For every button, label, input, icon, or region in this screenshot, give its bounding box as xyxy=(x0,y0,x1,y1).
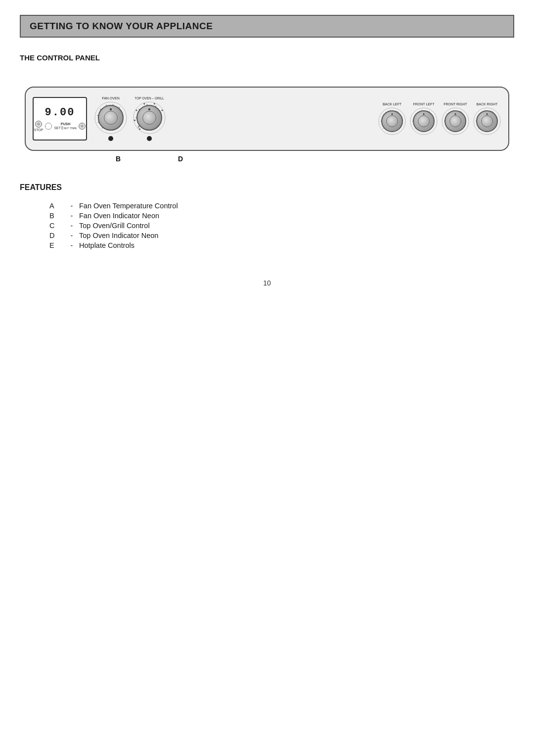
list-item: A - Fan Oven Temperature Control xyxy=(20,202,514,210)
front-right-knob[interactable] xyxy=(445,110,466,132)
stop-button[interactable]: ⊙ xyxy=(35,121,42,128)
back-right-knob[interactable] xyxy=(476,110,498,132)
back-left-knob[interactable] xyxy=(381,110,403,132)
fan-oven-label: FAN OVEN xyxy=(102,96,119,100)
top-oven-indicator xyxy=(147,136,152,141)
features-list: A - Fan Oven Temperature Control B - Fan… xyxy=(20,202,514,249)
top-oven-label: TOP OVEN – GRILL xyxy=(134,96,164,100)
list-item: C - Top Oven/Grill Control xyxy=(20,222,514,230)
feature-dash-c: - xyxy=(64,222,79,230)
label-d: D xyxy=(178,155,183,163)
fan-oven-knob-inner xyxy=(104,111,118,125)
page-title: GETTING TO KNOW YOUR APPLIANCE xyxy=(30,21,504,32)
back-left-group: BACK LEFT xyxy=(378,102,406,136)
front-right-knob-container xyxy=(441,107,470,136)
set-time-label: SET SET TIME xyxy=(54,126,77,130)
front-left-knob-container xyxy=(409,107,438,136)
front-left-label: FRONT LEFT xyxy=(413,102,434,106)
timer-controls: ⊙ STOP PUSH SET SET TIME ⊙ xyxy=(34,121,86,132)
feature-desc-a: Fan Oven Temperature Control xyxy=(79,202,514,210)
front-right-label: FRONT RIGHT xyxy=(444,102,467,106)
feature-letter-a: A xyxy=(49,202,64,210)
feature-desc-c: Top Oven/Grill Control xyxy=(79,222,514,230)
feature-letter-b: B xyxy=(49,212,64,220)
both-button[interactable]: ⊙ xyxy=(79,123,86,130)
fan-oven-knob-container xyxy=(94,101,128,135)
back-left-knob-dot xyxy=(392,113,393,115)
back-left-knob-inner xyxy=(386,115,398,127)
back-left-label: BACK LEFT xyxy=(383,102,401,106)
back-right-knob-dot xyxy=(487,113,488,115)
front-right-knob-inner xyxy=(449,115,461,127)
back-right-group: BACK RIGHT xyxy=(473,102,501,136)
feature-dash-d: - xyxy=(64,232,79,239)
list-item: B - Fan Oven Indicator Neon xyxy=(20,212,514,220)
top-oven-knob-dot xyxy=(148,108,150,110)
back-left-knob-container xyxy=(378,107,406,136)
bottom-labels: B D xyxy=(25,151,509,168)
top-oven-group: TOP OVEN – GRILL xyxy=(133,96,166,141)
label-b: B xyxy=(116,155,121,163)
fan-oven-group: FAN OVEN xyxy=(94,96,128,141)
feature-letter-e: E xyxy=(49,241,64,249)
front-right-knob-dot xyxy=(455,113,456,115)
svg-point-20 xyxy=(134,119,135,121)
front-left-knob-inner xyxy=(418,115,430,127)
appliance-panel: 9.00 ⊙ STOP PUSH SET SET TIME xyxy=(25,87,509,151)
feature-dash-b: - xyxy=(64,212,79,220)
feature-desc-b: Fan Oven Indicator Neon xyxy=(79,212,514,220)
front-left-knob-dot xyxy=(423,113,425,115)
features-title: FEATURES xyxy=(20,183,514,192)
fan-oven-indicator xyxy=(108,136,113,141)
header-banner: GETTING TO KNOW YOUR APPLIANCE xyxy=(20,15,514,38)
feature-desc-d: Top Oven Indicator Neon xyxy=(79,232,514,239)
front-left-knob[interactable] xyxy=(413,110,435,132)
top-oven-knob-container: 3 2 · xyxy=(133,101,166,135)
back-right-label: BACK RIGHT xyxy=(477,102,498,106)
top-oven-knob-inner xyxy=(142,111,156,125)
back-right-knob-inner xyxy=(481,115,493,127)
list-item: E - Hotplate Controls xyxy=(20,241,514,249)
timer-circle xyxy=(45,123,52,130)
top-oven-knob[interactable] xyxy=(136,105,162,131)
feature-dash-a: - xyxy=(64,202,79,210)
front-right-group: FRONT RIGHT xyxy=(441,102,470,136)
fan-oven-knob[interactable] xyxy=(98,105,124,131)
fan-oven-knob-dot xyxy=(110,108,112,110)
list-item: D - Top Oven Indicator Neon xyxy=(20,232,514,239)
feature-dash-e: - xyxy=(64,241,79,249)
page-number: 10 xyxy=(0,279,534,287)
feature-letter-c: C xyxy=(49,222,64,230)
timer-section: 9.00 ⊙ STOP PUSH SET SET TIME xyxy=(33,97,87,141)
diagram-container: A C E 9.00 ⊙ STOP xyxy=(25,87,509,168)
feature-letter-d: D xyxy=(49,232,64,239)
feature-desc-e: Hotplate Controls xyxy=(79,241,514,249)
front-left-group: FRONT LEFT xyxy=(409,102,438,136)
control-panel-title: THE CONTROL PANEL xyxy=(20,53,514,62)
back-right-knob-container xyxy=(473,107,501,136)
timer-display: 9.00 xyxy=(45,106,75,119)
